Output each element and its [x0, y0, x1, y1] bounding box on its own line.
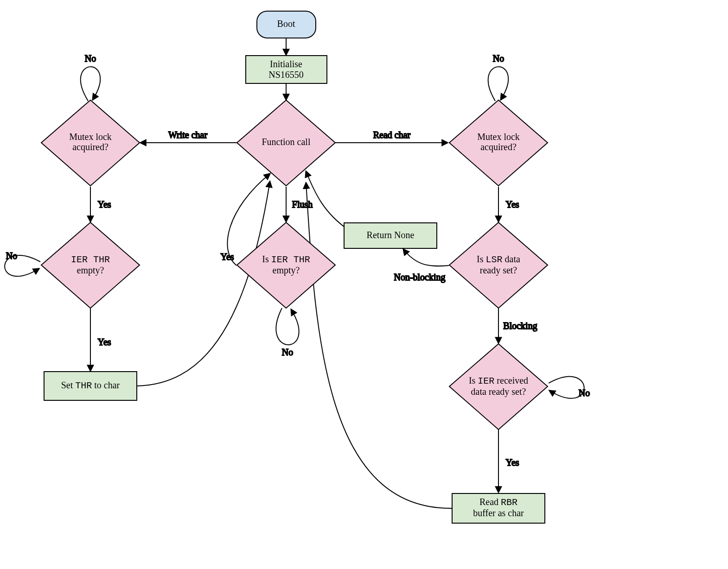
edge-label-mutexR-no: No	[493, 53, 504, 63]
edge-label-nonblocking: Non-blocking	[394, 272, 445, 283]
edge-label-mutexR-yes: Yes	[505, 199, 519, 209]
svg-text:Is IER THR: Is IER THR	[262, 254, 310, 266]
flowchart: Write char Read char Flush No Yes No Yes…	[0, 0, 728, 569]
initialise-node: Initialise NS16550	[246, 56, 327, 83]
edge-label-mutexL-yes: Yes	[97, 199, 111, 209]
svg-text:acquired?: acquired?	[480, 142, 517, 152]
svg-text:ready set?: ready set?	[480, 265, 517, 276]
edge-label-ierC-no: No	[282, 347, 293, 357]
edge-label-ierL-no: No	[6, 251, 17, 261]
edge-label-write: Write char	[168, 130, 207, 140]
edge-label-ierC-yes: Yes	[220, 252, 234, 262]
edge-label-flush: Flush	[292, 199, 313, 209]
svg-text:Initialise: Initialise	[270, 59, 302, 69]
svg-text:Mutex lock: Mutex lock	[69, 132, 112, 142]
edge-label-ierR-yes: Yes	[505, 457, 519, 468]
edge-label-mutexL-no: No	[85, 53, 96, 63]
function-call-node: Function call	[237, 100, 335, 186]
svg-text:empty?: empty?	[273, 265, 300, 276]
svg-text:data ready set?: data ready set?	[471, 386, 526, 397]
return-none-node: Return None	[344, 223, 437, 248]
boot-node: Boot	[257, 11, 316, 38]
ier-thr-center-node: Is IER THR empty?	[237, 222, 335, 308]
svg-text:acquired?: acquired?	[72, 142, 109, 152]
svg-text:Is IER received: Is IER received	[469, 375, 528, 387]
set-thr-node: Set THR to char	[44, 372, 137, 400]
svg-text:buffer as char: buffer as char	[473, 508, 524, 518]
svg-text:Read RBR: Read RBR	[479, 497, 517, 508]
ier-thr-left-node: IER THR empty?	[41, 222, 140, 308]
svg-text:Mutex lock: Mutex lock	[477, 132, 520, 142]
edge-label-ierL-yes: Yes	[97, 337, 111, 347]
mutex-left-node: Mutex lock acquired?	[41, 100, 140, 186]
read-rbr-node: Read RBR buffer as char	[452, 493, 545, 523]
edge-label-read: Read char	[373, 130, 411, 140]
svg-text:IER THR: IER THR	[71, 254, 110, 265]
svg-text:Return None: Return None	[367, 230, 415, 240]
edge-label-blocking: Blocking	[503, 321, 537, 331]
mutex-right-node: Mutex lock acquired?	[449, 100, 548, 186]
lsr-node: Is LSR data ready set?	[449, 222, 548, 308]
ier-received-node: Is IER received data ready set?	[449, 344, 548, 430]
svg-text:Function call: Function call	[262, 137, 311, 147]
svg-text:Boot: Boot	[277, 19, 295, 29]
svg-text:empty?: empty?	[77, 265, 104, 276]
svg-text:Is LSR data: Is LSR data	[477, 254, 520, 266]
svg-text:Set THR to char: Set THR to char	[61, 380, 120, 392]
svg-text:NS16550: NS16550	[268, 70, 304, 80]
edge-label-ierR-no: No	[579, 388, 590, 398]
